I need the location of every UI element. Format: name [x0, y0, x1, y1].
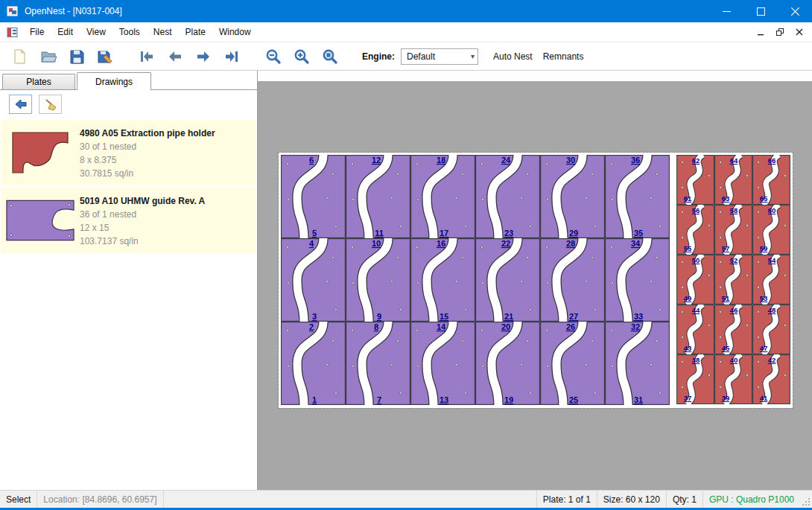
part-number: 61: [684, 194, 692, 203]
minimize-button[interactable]: [709, 0, 743, 22]
nested-part-pair[interactable]: 6 5: [281, 155, 346, 238]
drill-hole: [682, 162, 684, 164]
menu-view[interactable]: View: [80, 22, 112, 42]
first-plate-button[interactable]: [135, 45, 159, 68]
document-icon[interactable]: [7, 27, 19, 38]
menu-edit[interactable]: Edit: [51, 22, 80, 42]
nested-part-pair[interactable]: 66 65: [752, 155, 790, 205]
nested-part-pair[interactable]: 64 63: [714, 155, 752, 205]
nested-part-pair[interactable]: 34 33: [605, 238, 670, 322]
nested-part-pair[interactable]: 48 47: [752, 305, 790, 354]
nested-part-pair[interactable]: 46 45: [714, 305, 752, 354]
drill-hole: [530, 392, 532, 395]
part-number: 30: [566, 156, 575, 165]
zoom-out-button[interactable]: [261, 45, 285, 68]
remnants-button[interactable]: Remnants: [540, 49, 587, 64]
nested-part-pair[interactable]: 24 23: [475, 155, 540, 238]
nested-part-pair[interactable]: 8 7: [346, 322, 410, 405]
resize-grip[interactable]: [800, 491, 812, 508]
main-area: Plates Drawings: [0, 71, 812, 490]
nested-part-pair[interactable]: 62 61: [676, 155, 714, 205]
menu-nest[interactable]: Nest: [147, 22, 179, 42]
drill-hole: [708, 275, 711, 277]
nested-part-pair[interactable]: 30 29: [540, 155, 605, 238]
nested-part-pair[interactable]: 28 27: [540, 238, 605, 322]
last-plate-button[interactable]: [220, 45, 244, 68]
nested-part-pair[interactable]: 22 21: [475, 238, 540, 322]
part-number: 35: [634, 229, 643, 238]
part-number: 6: [309, 156, 314, 165]
nested-part-pair[interactable]: 2 1: [281, 322, 346, 405]
drill-hole: [758, 287, 760, 289]
nested-part-pair[interactable]: 50 49: [676, 255, 714, 305]
drill-hole: [611, 163, 613, 165]
nested-part-pair[interactable]: 26 25: [540, 322, 605, 405]
nested-part-pair[interactable]: 4 3: [281, 238, 346, 322]
part-number: 31: [634, 395, 643, 404]
menu-file[interactable]: File: [23, 22, 51, 42]
save-as-button[interactable]: [93, 45, 117, 68]
part-number: 38: [692, 356, 700, 364]
zoom-in-button[interactable]: [290, 45, 314, 68]
nested-part-pair[interactable]: 38 37: [676, 354, 714, 404]
part-number: 55: [684, 244, 692, 252]
zoom-fit-button[interactable]: [318, 45, 342, 68]
tab-drawings[interactable]: Drawings: [77, 72, 151, 90]
nested-part-pair[interactable]: 36 35: [605, 155, 670, 238]
part-number: 42: [768, 356, 776, 364]
menu-window[interactable]: Window: [212, 22, 258, 42]
main-toolbar: Engine: Default ▾ Auto Nest Remnants: [0, 42, 812, 71]
part-number: 65: [760, 194, 768, 203]
drill-hole: [591, 173, 594, 176]
import-drawing-button[interactable]: [9, 95, 32, 114]
auto-nest-button[interactable]: Auto Nest: [490, 49, 536, 64]
plate[interactable]: 6 5 12 11 18 17 24 23 30 29 36: [279, 153, 793, 408]
clear-drawings-button[interactable]: [39, 95, 62, 114]
drawing-item[interactable]: 5019 A10 UHMW guide Rev. A 36 of 1 neste…: [1, 188, 256, 253]
nested-part-pair[interactable]: 60 59: [752, 205, 790, 255]
menu-tools[interactable]: Tools: [112, 22, 147, 42]
nested-part-pair[interactable]: 18 17: [410, 155, 475, 238]
nested-part-pair[interactable]: 20 19: [475, 322, 540, 405]
nested-part-pair[interactable]: 10 9: [346, 238, 410, 322]
nested-part-pair[interactable]: 42 41: [752, 354, 790, 404]
mdi-minimize-icon[interactable]: [751, 24, 770, 40]
part-number: 8: [374, 322, 378, 331]
drill-hole: [720, 237, 722, 239]
tab-plates[interactable]: Plates: [2, 74, 75, 89]
open-file-button[interactable]: [37, 45, 60, 68]
nested-part-pair[interactable]: 12 11: [346, 155, 410, 238]
drill-hole: [682, 211, 684, 214]
nested-part-pair[interactable]: 44 43: [676, 305, 714, 354]
new-file-button[interactable]: [8, 45, 32, 68]
close-button[interactable]: [778, 0, 812, 22]
drill-hole: [720, 162, 722, 164]
nested-part-pair[interactable]: 52 51: [714, 255, 752, 305]
drill-hole: [656, 257, 659, 259]
menu-plate[interactable]: Plate: [179, 22, 212, 42]
previous-plate-button[interactable]: [163, 45, 187, 68]
drill-hole: [682, 386, 684, 389]
mdi-window-controls: [751, 24, 809, 40]
drawing-info: 4980 A05 Extraction pipe holder 30 of 1 …: [80, 125, 256, 180]
nested-part-pair[interactable]: 14 13: [410, 322, 475, 405]
nested-part-pair[interactable]: 32 31: [605, 322, 670, 405]
nested-part-pair[interactable]: 16 15: [410, 238, 475, 322]
next-plate-button[interactable]: [191, 45, 215, 68]
drill-hole: [784, 175, 787, 177]
mdi-restore-icon[interactable]: [770, 24, 790, 40]
nested-part-pair[interactable]: 40 39: [714, 354, 752, 404]
maximize-button[interactable]: [743, 0, 778, 22]
nest-canvas[interactable]: 6 5 12 11 18 17 24 23 30 29 36: [258, 71, 812, 490]
drill-hole: [287, 246, 289, 249]
nested-part-pair[interactable]: 56 55: [676, 205, 714, 255]
mdi-close-icon[interactable]: [790, 24, 809, 40]
save-button[interactable]: [65, 45, 89, 68]
part-number: 41: [760, 394, 768, 402]
part-number: 66: [768, 156, 776, 165]
drill-hole: [287, 330, 289, 332]
nested-part-pair[interactable]: 58 57: [714, 205, 752, 255]
nested-part-pair[interactable]: 54 53: [752, 255, 790, 305]
drawing-item[interactable]: 4980 A05 Extraction pipe holder 30 of 1 …: [1, 120, 256, 185]
engine-select[interactable]: Default ▾: [401, 48, 478, 65]
